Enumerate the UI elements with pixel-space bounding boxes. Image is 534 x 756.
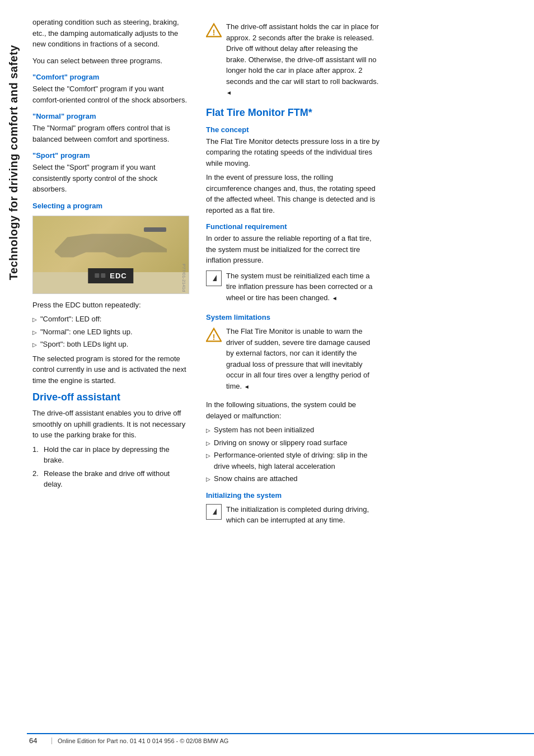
right-column: ! The drive-off assistant holds the car … — [206, 17, 380, 739]
main-content: operating condition such as steering, br… — [27, 0, 534, 756]
functional-heading: Functional requirement — [206, 222, 380, 231]
step-2: 2. Release the brake and drive off witho… — [32, 468, 189, 490]
flat-tire-warning: ! The Flat Tire Monitor is unable to war… — [206, 326, 380, 395]
initializing-heading: Initializing the system — [206, 491, 380, 500]
drive-off-warning: ! The drive-off assistant holds the car … — [206, 21, 380, 101]
concept-text1: The Flat Tire Monitor detects pressure l… — [206, 136, 380, 169]
press-text: Press the EDC button repeatedly: — [32, 300, 189, 311]
flat-tire-heading: Flat Tire Monitor FTM* — [206, 107, 380, 119]
step-1: 1. Hold the car in place by depressing t… — [32, 444, 189, 466]
bullet-performance: Performance-oriented style of driving: s… — [206, 450, 380, 472]
image-credit: P77/01-2141d — [181, 264, 186, 292]
edc-image: EDC P77/01-2141d — [32, 216, 189, 294]
sidebar-label: Technology for driving comfort and safet… — [7, 45, 20, 280]
stored-text: The selected program is stored for the r… — [32, 353, 189, 386]
bullet-snow-chains: Snow chains are attached — [206, 473, 380, 484]
concept-text2: In the event of pressure loss, the rolli… — [206, 172, 380, 216]
bullet-comfort: "Comfort": LED off: — [32, 314, 189, 325]
note-reinitialized-text: The system must be reinitialized each ti… — [226, 270, 380, 304]
comfort-heading: "Comfort" program — [32, 73, 189, 81]
comfort-section: "Comfort" program Select the "Comfort" p… — [32, 73, 189, 105]
led-2 — [101, 273, 105, 278]
flat-tire-warning-text: The Flat Tire Monitor is unable to warn … — [226, 326, 380, 391]
car-silhouette — [49, 227, 173, 261]
intro-text: operating condition such as steering, br… — [32, 17, 189, 50]
selecting-heading: Selecting a program — [32, 202, 189, 210]
play-triangle — [213, 275, 217, 281]
drive-off-intro: The drive-off assistant enables you to d… — [32, 408, 189, 441]
warning-triangle-icon: ! — [206, 22, 222, 38]
edc-label: EDC — [110, 272, 127, 280]
back-mark-3 — [244, 382, 250, 390]
drive-off-warning-text: The drive-off assistant holds the car in… — [226, 21, 380, 98]
concept-heading: The concept — [206, 125, 380, 134]
sport-text: Select the "Sport" program if you want c… — [32, 162, 189, 195]
sport-section: "Sport" program Select the "Sport" progr… — [32, 151, 189, 195]
sport-heading: "Sport" program — [32, 151, 189, 160]
page-container: Technology for driving comfort and safet… — [0, 0, 534, 756]
normal-text: The "Normal" program offers control that… — [32, 123, 189, 144]
edc-bullet-list: "Comfort": LED off: "Normal": one LED li… — [32, 314, 189, 350]
note-play-icon-2 — [206, 504, 222, 520]
car-image-area — [33, 216, 189, 272]
note-play-icon — [206, 270, 222, 286]
normal-section: "Normal" program The "Normal" program of… — [32, 112, 189, 144]
bullet-not-initialized: System has not been initialized — [206, 424, 380, 436]
note-initializing: The initialization is completed during d… — [206, 504, 380, 529]
play-triangle-2 — [213, 508, 217, 515]
functional-text: In order to assure the reliable reportin… — [206, 233, 380, 266]
back-mark-2 — [332, 293, 338, 302]
edc-button-image: EDC — [88, 268, 133, 283]
system-limitations-heading: System limitations — [206, 313, 380, 321]
normal-heading: "Normal" program — [32, 112, 189, 120]
led-1 — [95, 273, 99, 278]
back-mark-1 — [226, 88, 232, 96]
svg-text:!: ! — [213, 28, 216, 37]
bullet-normal: "Normal": one LED lights up. — [32, 326, 189, 338]
bullet-snowy: Driving on snowy or slippery road surfac… — [206, 437, 380, 449]
warning-triangle-icon-2: ! — [206, 327, 222, 343]
drive-off-heading: Drive-off assistant — [32, 391, 189, 403]
svg-text:!: ! — [213, 333, 216, 342]
program-select-text: You can select between three programs. — [32, 55, 189, 67]
bullet-sport: "Sport": both LEDs light up. — [32, 339, 189, 350]
footer-copyright: Online Edition for Part no. 01 41 0 014 … — [51, 738, 228, 744]
comfort-text: Select the "Comfort" program if you want… — [32, 83, 189, 105]
page-footer: 64 Online Edition for Part no. 01 41 0 0… — [27, 733, 534, 745]
page-number: 64 — [27, 736, 49, 745]
edc-leds — [95, 273, 105, 278]
edc-slider — [144, 227, 166, 232]
malfunction-bullet-list: System has not been initialized Driving … — [206, 424, 380, 484]
initializing-note-text: The initialization is completed during d… — [226, 504, 380, 526]
note-reinitialized: The system must be reinitialized each ti… — [206, 270, 380, 307]
malfunction-intro: In the following situations, the system … — [206, 399, 380, 421]
left-column: operating condition such as steering, br… — [32, 17, 195, 739]
drive-off-steps: 1. Hold the car in place by depressing t… — [32, 444, 189, 490]
sidebar: Technology for driving comfort and safet… — [0, 0, 27, 756]
